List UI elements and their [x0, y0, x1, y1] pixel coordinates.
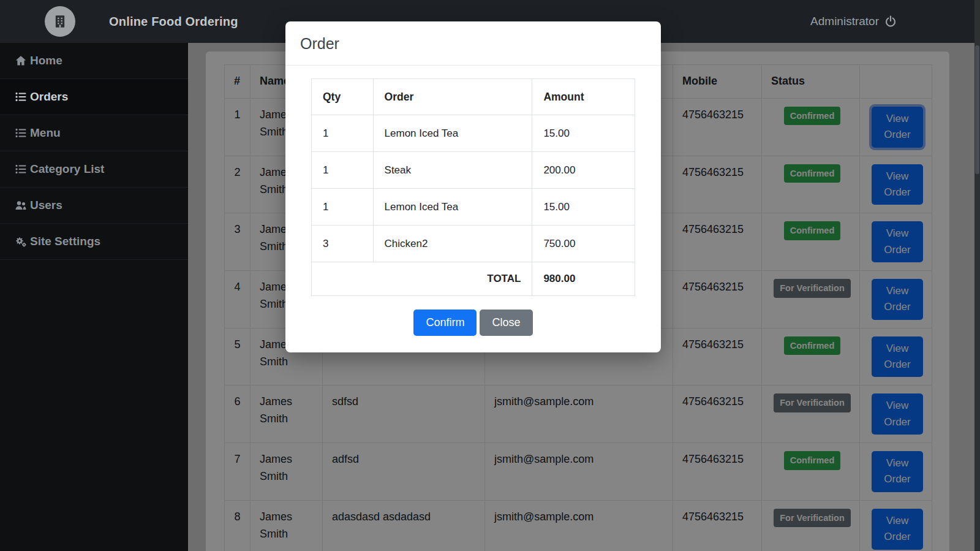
order-items-table: Qty Order Amount 1 Lemon Iced Tea 15.00 …	[311, 78, 635, 296]
order-items-tbody: 1 Lemon Iced Tea 15.00 1 Steak 200.00 1 …	[312, 115, 635, 262]
list-icon	[15, 127, 27, 139]
scrollbar-thumb[interactable]	[975, 45, 979, 174]
cell-order-item: Lemon Iced Tea	[373, 115, 532, 152]
qty-header: Qty	[312, 79, 374, 115]
cell-qty: 1	[312, 152, 374, 189]
topbar-user-area: Administrator	[810, 15, 980, 28]
total-label: TOTAL	[312, 262, 532, 296]
list-icon	[15, 163, 27, 175]
cell-qty: 1	[312, 189, 374, 226]
modal-actions: Confirm Close	[311, 310, 635, 336]
order-modal: Order Qty Order Amount 1 Lemon Iced Tea …	[285, 21, 661, 352]
sidebar-item-home[interactable]: Home	[0, 43, 188, 79]
cell-order-item: Lemon Iced Tea	[373, 189, 532, 226]
order-item-row: 3 Chicken2 750.00	[312, 226, 635, 262]
modal-title: Order	[300, 35, 646, 53]
order-item-row: 1 Lemon Iced Tea 15.00	[312, 189, 635, 226]
cell-amount: 15.00	[532, 189, 635, 226]
confirm-button[interactable]: Confirm	[413, 310, 477, 336]
cell-amount: 750.00	[532, 226, 635, 262]
page-scrollbar[interactable]	[974, 0, 980, 551]
home-icon	[15, 55, 27, 67]
cell-amount: 200.00	[532, 152, 635, 189]
app-title: Online Food Ordering	[109, 15, 238, 29]
modal-body: Qty Order Amount 1 Lemon Iced Tea 15.00 …	[285, 66, 661, 336]
sidebar-item-menu[interactable]: Menu	[0, 115, 188, 151]
cell-order-item: Steak	[373, 152, 532, 189]
cell-qty: 1	[312, 115, 374, 152]
cogs-icon	[15, 235, 27, 248]
list-icon	[15, 91, 27, 103]
total-row: TOTAL 980.00	[312, 262, 635, 296]
user-label: Administrator	[810, 15, 879, 28]
power-icon[interactable]	[884, 15, 897, 28]
modal-header: Order	[285, 21, 661, 66]
sidebar-menu: Home Orders Menu Category List Users Sit…	[0, 43, 188, 551]
sidebar-item-label: Home	[30, 54, 62, 67]
app-logo	[45, 6, 75, 37]
sidebar-item-orders[interactable]: Orders	[0, 79, 188, 115]
sidebar-item-label: Menu	[30, 126, 61, 140]
total-value: 980.00	[532, 262, 635, 296]
building-icon	[52, 13, 68, 29]
cell-qty: 3	[312, 226, 374, 262]
close-button[interactable]: Close	[480, 310, 532, 336]
users-icon	[15, 199, 27, 211]
cell-amount: 15.00	[532, 115, 635, 152]
amount-header: Amount	[532, 79, 635, 115]
sidebar-item-label: Site Settings	[30, 235, 100, 248]
order-item-row: 1 Lemon Iced Tea 15.00	[312, 115, 635, 152]
sidebar-item-label: Orders	[30, 90, 68, 104]
sidebar-item-category-list[interactable]: Category List	[0, 151, 188, 188]
sidebar-item-users[interactable]: Users	[0, 188, 188, 224]
sidebar-item-site-settings[interactable]: Site Settings	[0, 224, 188, 260]
cell-order-item: Chicken2	[373, 226, 532, 262]
order-header: Order	[373, 79, 532, 115]
sidebar-item-label: Users	[30, 199, 62, 212]
sidebar-item-label: Category List	[30, 162, 104, 176]
order-item-row: 1 Steak 200.00	[312, 152, 635, 189]
